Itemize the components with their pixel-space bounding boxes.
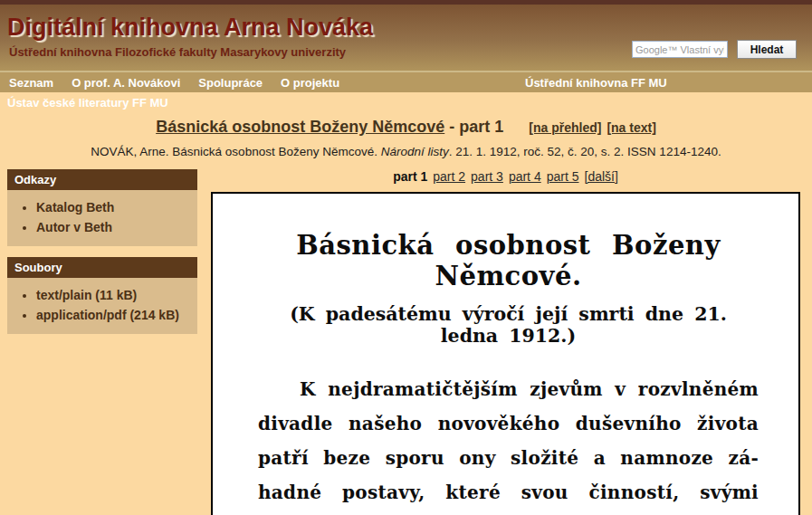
sidebar-box-body: text/plain (11 kB) application/pdf (214 … xyxy=(7,278,197,334)
pagination-part-4[interactable]: part 4 xyxy=(509,169,541,184)
sidebar-box-odkazy: Odkazy Katalog Beth Autor v Beth xyxy=(7,169,197,246)
scanned-page-image: Básnická osobnost Boženy Němcové. (K pad… xyxy=(211,192,800,515)
site-header: Digitální knihovna Arna Nováka Ústřední … xyxy=(0,5,812,71)
nav-item-spoluprace[interactable]: Spolupráce xyxy=(198,76,263,90)
site-title: Digitální knihovna Arna Nováka xyxy=(0,5,812,42)
search-button[interactable]: Hledat xyxy=(737,40,797,59)
list-item: text/plain (11 kB) xyxy=(36,285,197,305)
overview-link[interactable]: [na přehled] xyxy=(529,120,601,135)
text-view-link[interactable]: [na text] xyxy=(607,120,655,135)
katalog-beth-link[interactable]: Katalog Beth xyxy=(36,200,114,215)
nav-item-o-prof-novakovi[interactable]: O prof. A. Novákovi xyxy=(72,76,180,90)
nav-item-seznam[interactable]: Seznam xyxy=(9,76,53,90)
document-title-link[interactable]: Básnická osobnost Boženy Němcové xyxy=(156,118,444,136)
citation-journal: Národní listy xyxy=(381,145,449,158)
list-item: application/pdf (214 kB) xyxy=(36,305,197,325)
text-plain-file-link[interactable]: text/plain (11 kB) xyxy=(36,288,137,302)
main-navigation: Seznam O prof. A. Novákovi Spolupráce O … xyxy=(0,71,812,92)
citation-suffix: . 21. 1. 1912, roč. 52, č. 20, s. 2. ISS… xyxy=(449,145,721,158)
scan-text-line: myšlenkami a svými díly dávají vlastní s… xyxy=(258,510,759,515)
document-meta-links: [na přehled][na text] xyxy=(523,120,656,135)
sidebar-box-title: Soubory xyxy=(7,257,197,278)
sidebar: Odkazy Katalog Beth Autor v Beth Soubory… xyxy=(7,169,197,345)
scan-article-title: Básnická osobnost Boženy Němcové. xyxy=(258,230,759,291)
scan-article-subtitle: (K padesátému výročí její smrti dne 21. … xyxy=(258,303,759,347)
citation-prefix: NOVÁK, Arne. Básnická osobnost Boženy Ně… xyxy=(91,145,380,158)
scan-text-line: divadle našeho novověkého duševního živo… xyxy=(258,406,759,441)
application-pdf-file-link[interactable]: application/pdf (214 kB) xyxy=(36,308,179,322)
pagination-current: part 1 xyxy=(393,169,427,184)
google-custom-search: Hledat xyxy=(632,40,797,59)
list-item: Autor v Beth xyxy=(36,217,197,237)
scan-text-line: patří beze sporu ony složité a namnoze z… xyxy=(258,441,759,475)
sidebar-box-body: Katalog Beth Autor v Beth xyxy=(7,190,197,246)
nav-item-ustav-ceske-literatury[interactable]: Ústav české literatury FF MU xyxy=(7,96,168,110)
nav-item-ustredni-knihovna[interactable]: Ústřední knihovna FF MU xyxy=(525,76,667,90)
search-input[interactable] xyxy=(632,41,728,58)
pagination-next[interactable]: [další] xyxy=(585,169,618,184)
document-part-suffix: - part 1 xyxy=(444,118,503,136)
scan-text-line: K nejdramatičtějším zjevům v rozvlněném xyxy=(258,372,759,406)
pagination-part-2[interactable]: part 2 xyxy=(433,169,465,184)
sidebar-box-title: Odkazy xyxy=(7,169,197,190)
document-heading: Básnická osobnost Boženy Němcové - part … xyxy=(0,118,812,137)
secondary-navigation: Ústav české literatury FF MU xyxy=(0,92,812,112)
sidebar-box-soubory: Soubory text/plain (11 kB) application/p… xyxy=(7,257,197,334)
bibliographic-citation: NOVÁK, Arne. Básnická osobnost Boženy Ně… xyxy=(0,145,812,158)
pagination-part-5[interactable]: part 5 xyxy=(547,169,579,184)
scan-text-line: hadné postavy, které svou činností, svým… xyxy=(258,475,759,510)
part-pagination: part 1part 2part 3part 4part 5[další] xyxy=(211,169,800,184)
autor-v-beth-link[interactable]: Autor v Beth xyxy=(36,220,112,234)
list-item: Katalog Beth xyxy=(36,197,197,217)
nav-item-o-projektu[interactable]: O projektu xyxy=(281,76,339,90)
pagination-part-3[interactable]: part 3 xyxy=(471,169,503,184)
main-content: part 1part 2part 3part 4part 5[další] Bá… xyxy=(211,169,800,515)
